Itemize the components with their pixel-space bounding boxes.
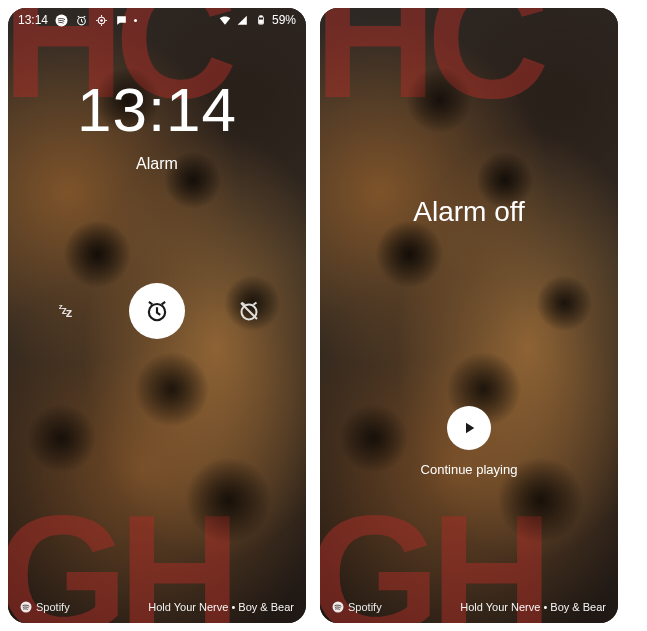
status-time: 13:14 [18,13,48,27]
alarm-off-icon [237,299,261,323]
alarm-clock-icon [144,298,170,324]
message-status-icon [114,13,128,27]
alarm-time: 13:14 [8,74,306,145]
now-playing-text: Hold Your Nerve • Boy & Bear [460,601,606,613]
spotify-status-icon [54,13,68,27]
svg-rect-6 [259,20,262,23]
wifi-icon [218,13,232,27]
spotify-label: Spotify [348,601,382,613]
alarm-label: Alarm [8,155,306,173]
now-playing-text: Hold Your Nerve • Boy & Bear [148,601,294,613]
alarm-drag-handle[interactable] [129,283,185,339]
svg-point-3 [100,19,102,21]
spotify-icon [332,601,344,613]
dismiss-target[interactable] [235,297,263,325]
spotify-icon [20,601,32,613]
location-status-icon [94,13,108,27]
continue-playing-label: Continue playing [320,462,618,477]
signal-icon [236,13,250,27]
status-overflow-dot [134,19,137,22]
alarm-off-screen: HC GH Alarm off Continue playing Spotify… [320,8,618,623]
alarm-off-title: Alarm off [320,196,618,228]
play-icon [460,419,478,437]
now-playing-bar: Spotify Hold Your Nerve • Boy & Bear [320,601,618,613]
spotify-label: Spotify [36,601,70,613]
alarm-clock-block: 13:14 Alarm [8,74,306,173]
snooze-target[interactable]: zzz [51,297,79,325]
snooze-icon: zzz [59,302,72,320]
alarm-actions-row: zzz [8,283,306,339]
continue-playing-button[interactable] [447,406,491,450]
status-bar: 13:14 [8,8,306,32]
alarm-status-icon [74,13,88,27]
battery-text: 59% [272,13,296,27]
svg-rect-5 [260,16,263,17]
battery-icon [254,13,268,27]
alarm-ringing-screen: HC GH 13:14 [8,8,306,623]
now-playing-bar: Spotify Hold Your Nerve • Boy & Bear [8,601,306,613]
